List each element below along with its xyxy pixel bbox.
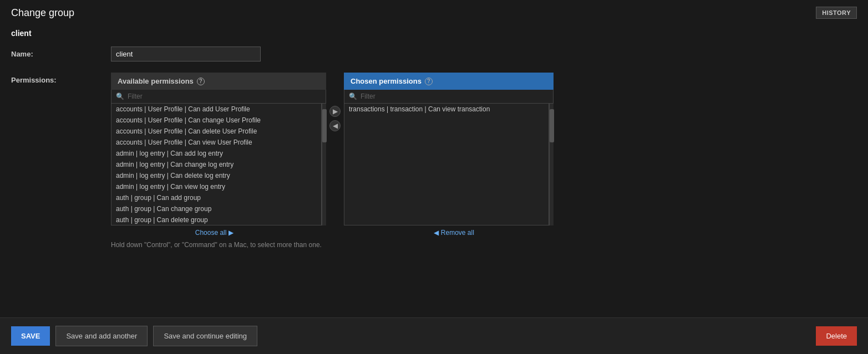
page-footer: SAVE Save and add another Save and conti… [0, 318, 868, 354]
list-item[interactable]: auth | group | Can delete group [111, 214, 321, 225]
permissions-label: Permissions: [11, 73, 111, 84]
history-button[interactable]: HISTORY [816, 7, 857, 19]
available-header: Available permissions ? [111, 73, 326, 90]
chosen-actions: ◀ Remove all [353, 229, 555, 237]
remove-all-button[interactable]: ◀ Remove all [434, 229, 474, 237]
list-item[interactable]: admin | log entry | Can view log entry [111, 181, 321, 192]
list-item[interactable]: accounts | User Profile | Can change Use… [111, 115, 321, 126]
hint-text: Hold down "Control", or "Command" on a M… [111, 241, 857, 249]
available-actions: Choose all ▶ [111, 229, 318, 237]
move-right-button[interactable]: ▶ [329, 106, 341, 117]
chosen-help-icon[interactable]: ? [425, 78, 433, 85]
chosen-header-label: Chosen permissions [351, 77, 422, 85]
choose-all-label: Choose all [195, 229, 227, 237]
list-item[interactable]: admin | log entry | Can delete log entry [111, 170, 321, 181]
save-add-button[interactable]: Save and add another [55, 326, 148, 346]
choose-all-icon: ▶ [229, 229, 234, 237]
list-item[interactable]: admin | log entry | Can change log entry [111, 159, 321, 170]
list-item[interactable]: accounts | User Profile | Can add User P… [111, 104, 321, 115]
chosen-list-section: Chosen permissions ? 🔍 transactions | tr… [344, 73, 554, 225]
page-title: Change group [11, 7, 74, 19]
chosen-scroll-thumb [550, 109, 554, 142]
list-item[interactable]: admin | log entry | Can add log entry [111, 148, 321, 159]
remove-all-icon: ◀ [434, 229, 439, 237]
page-wrapper: Change group HISTORY client Name: Permis… [0, 0, 868, 354]
chosen-filter-input[interactable] [361, 93, 549, 100]
name-row: Name: [11, 47, 857, 61]
move-left-button[interactable]: ◀ [329, 120, 341, 131]
chosen-header: Chosen permissions ? [344, 73, 554, 90]
page-header: Change group HISTORY [0, 0, 868, 23]
available-filter-row: 🔍 [111, 90, 326, 104]
list-item[interactable]: auth | group | Can add group [111, 192, 321, 203]
available-search-icon: 🔍 [116, 93, 124, 100]
list-item[interactable]: accounts | User Profile | Can delete Use… [111, 126, 321, 137]
available-help-icon[interactable]: ? [197, 78, 205, 85]
choose-all-button[interactable]: Choose all ▶ [195, 229, 234, 237]
list-item[interactable]: auth | group | Can change group [111, 203, 321, 214]
chosen-filter-row: 🔍 [344, 90, 554, 104]
permissions-container: Available permissions ? 🔍 accounts | Use… [111, 73, 857, 249]
delete-button[interactable]: Delete [816, 326, 857, 346]
chosen-list-box[interactable]: transactions | transaction | Can view tr… [344, 104, 549, 225]
name-label: Name: [11, 47, 111, 58]
list-item[interactable]: accounts | User Profile | Can view User … [111, 137, 321, 148]
available-header-label: Available permissions [118, 77, 194, 85]
dual-list-wrapper: Available permissions ? 🔍 accounts | Use… [111, 73, 555, 225]
content-area: client Name: Permissions: Available perm… [0, 23, 868, 317]
group-name: client [11, 29, 857, 38]
available-list-box[interactable]: accounts | User Profile | Can add User P… [111, 104, 322, 225]
list-item[interactable]: transactions | transaction | Can view tr… [344, 104, 549, 115]
permissions-row: Permissions: Available permissions ? 🔍 [11, 73, 857, 249]
chosen-scrollbar[interactable] [549, 104, 554, 225]
available-scrollbar[interactable] [322, 104, 326, 225]
actions-row: Choose all ▶ ◀ Remove all [111, 229, 555, 237]
chosen-search-icon: 🔍 [349, 93, 357, 100]
transfer-buttons: ▶ ◀ [326, 106, 344, 131]
available-filter-input[interactable] [128, 93, 321, 100]
name-input[interactable] [111, 47, 261, 61]
available-scroll-thumb [322, 109, 327, 142]
available-list-with-scroll: accounts | User Profile | Can add User P… [111, 104, 326, 225]
available-list-section: Available permissions ? 🔍 accounts | Use… [111, 73, 326, 225]
chosen-list-with-scroll: transactions | transaction | Can view tr… [344, 104, 554, 225]
save-button[interactable]: SAVE [11, 326, 50, 346]
footer-left: SAVE Save and add another Save and conti… [11, 326, 257, 346]
remove-all-label: Remove all [441, 229, 474, 237]
save-continue-button[interactable]: Save and continue editing [153, 326, 257, 346]
